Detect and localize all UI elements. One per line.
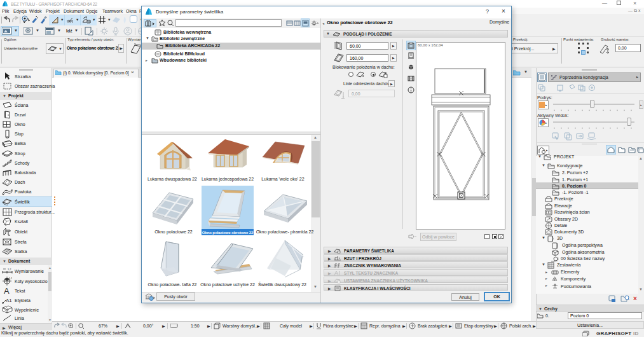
svg-text:1,2: 1,2 (8, 268, 11, 271)
svg-text:1,2: 1,2 (9, 277, 12, 280)
svg-text:A1: A1 (6, 298, 12, 303)
svg-text:A: A (4, 286, 10, 294)
